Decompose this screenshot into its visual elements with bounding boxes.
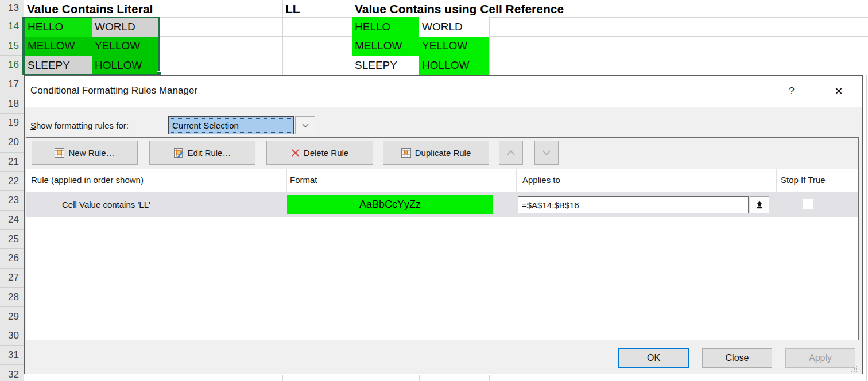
spreadsheet-right-strip bbox=[863, 75, 868, 381]
combobox-value: Current Selection bbox=[172, 120, 239, 130]
close-button[interactable]: Close bbox=[702, 348, 772, 368]
chevron-down-icon bbox=[542, 150, 551, 155]
help-button[interactable]: ? bbox=[784, 83, 800, 100]
column-header-stop-if-true: Stop If True bbox=[781, 169, 826, 192]
move-rule-up-button[interactable] bbox=[499, 141, 523, 165]
sheet-title: Value Contains Literal bbox=[27, 1, 153, 17]
selected-row-indicator bbox=[22, 56, 24, 75]
rules-panel: New Rule… Edit Rule… Delete Rule Duplica… bbox=[26, 137, 859, 340]
format-preview: AaBbCcYyZz bbox=[287, 195, 493, 214]
close-icon[interactable]: ✕ bbox=[827, 81, 850, 101]
dialog-title: Conditional Formatting Rules Manager bbox=[30, 85, 197, 96]
applies-to-input[interactable]: =$A$14:$B$16 bbox=[518, 196, 749, 213]
gridline bbox=[489, 375, 490, 381]
cell[interactable]: HELLO bbox=[352, 17, 419, 37]
row-header[interactable]: 17 bbox=[0, 75, 24, 95]
row-header[interactable]: 21 bbox=[0, 153, 24, 172]
gridline bbox=[836, 0, 836, 75]
row-header[interactable]: 31 bbox=[0, 346, 24, 366]
row-header[interactable]: 13 bbox=[0, 0, 24, 17]
chevron-up-icon bbox=[507, 150, 515, 155]
gridline bbox=[160, 375, 160, 381]
cell[interactable]: WORLD bbox=[419, 17, 489, 37]
ok-button[interactable]: OK bbox=[618, 348, 689, 368]
row-header[interactable]: 22 bbox=[0, 172, 24, 191]
button-label: Duplicate Rule bbox=[415, 148, 471, 158]
new-rule-button[interactable]: New Rule… bbox=[32, 141, 138, 165]
table-icon bbox=[401, 148, 411, 158]
collapse-dialog-button[interactable] bbox=[750, 196, 769, 213]
combobox-dropdown-button[interactable] bbox=[295, 116, 315, 134]
row-header-column: 1314151617181920212223242526272829303132 bbox=[0, 0, 24, 381]
mnemonic: S bbox=[30, 120, 36, 130]
column-separator bbox=[516, 169, 517, 192]
column-header-applies-to: Applies to bbox=[522, 169, 560, 192]
column-separator bbox=[776, 169, 777, 192]
column-header-rule: Rule (applied in order shown) bbox=[31, 169, 144, 192]
row-header[interactable]: 19 bbox=[0, 114, 24, 133]
scope-combobox[interactable]: Current Selection bbox=[168, 116, 294, 134]
dialog-titlebar[interactable]: Conditional Formatting Rules Manager ? ✕ bbox=[25, 76, 862, 107]
rule-name: Cell Value contains 'LL' bbox=[62, 192, 150, 217]
selected-row-indicator bbox=[22, 17, 24, 37]
sheet-title: LL bbox=[285, 1, 300, 17]
row-header[interactable]: 25 bbox=[0, 230, 24, 249]
button-label: Delete Rule bbox=[304, 148, 348, 158]
button-label: Edit Rule… bbox=[188, 148, 231, 158]
column-header-format: Format bbox=[290, 169, 317, 192]
cell[interactable]: HOLLOW bbox=[419, 56, 489, 75]
duplicate-rule-button[interactable]: Duplicate Rule bbox=[383, 141, 489, 165]
row-header[interactable]: 30 bbox=[0, 326, 24, 346]
gridline bbox=[227, 0, 227, 75]
label-text: how formatting rules for: bbox=[36, 120, 129, 130]
row-header[interactable]: 29 bbox=[0, 307, 24, 326]
row-header[interactable]: 27 bbox=[0, 269, 24, 288]
gridline bbox=[696, 375, 696, 381]
gridline bbox=[556, 375, 556, 381]
excel-window: HELLOWORLDMELLOWYELLOWSLEEPYHOLLOWHELLOW… bbox=[0, 0, 868, 381]
gridline bbox=[696, 0, 696, 75]
row-header[interactable]: 32 bbox=[0, 365, 24, 381]
rules-toolbar: New Rule… Edit Rule… Delete Rule Duplica… bbox=[26, 138, 858, 169]
gridline bbox=[352, 375, 352, 381]
gridline bbox=[626, 375, 626, 381]
resize-grip-dots bbox=[849, 364, 858, 373]
stop-if-true-checkbox[interactable] bbox=[803, 199, 813, 209]
row-header[interactable]: 15 bbox=[0, 36, 24, 56]
column-separator bbox=[286, 169, 287, 192]
cell[interactable]: SLEEPY bbox=[352, 56, 419, 75]
gridline bbox=[766, 0, 766, 75]
gridline bbox=[282, 0, 283, 75]
resize-grip[interactable] bbox=[849, 364, 858, 373]
gridline bbox=[836, 375, 836, 381]
delete-x-icon bbox=[291, 149, 300, 157]
row-header[interactable]: 20 bbox=[0, 133, 24, 153]
collapse-dialog-icon bbox=[755, 200, 764, 209]
cell[interactable]: MELLOW bbox=[352, 37, 419, 56]
show-rules-label: Show formatting rules for: bbox=[30, 120, 129, 130]
cell[interactable]: YELLOW bbox=[419, 37, 489, 56]
table-icon bbox=[55, 148, 64, 158]
row-header[interactable]: 23 bbox=[0, 191, 24, 211]
gridline bbox=[92, 375, 92, 381]
row-header[interactable]: 24 bbox=[0, 211, 24, 230]
row-header[interactable]: 18 bbox=[0, 94, 24, 114]
row-header[interactable]: 14 bbox=[0, 17, 24, 37]
edit-rule-button[interactable]: Edit Rule… bbox=[149, 141, 255, 165]
gridline bbox=[227, 375, 227, 381]
gridline bbox=[766, 375, 766, 381]
gridline bbox=[282, 375, 283, 381]
apply-button[interactable]: Apply bbox=[785, 348, 855, 368]
sheet-title: Value Contains using Cell Reference bbox=[355, 1, 564, 17]
button-label: New Rule… bbox=[68, 148, 114, 158]
delete-rule-button[interactable]: Delete Rule bbox=[266, 141, 373, 165]
cfr-manager-dialog: Conditional Formatting Rules Manager ? ✕… bbox=[24, 75, 863, 374]
rule-row[interactable]: Cell Value contains 'LL' AaBbCcYyZz =$A$… bbox=[26, 192, 858, 217]
selected-row-indicator bbox=[22, 36, 24, 56]
gridline bbox=[419, 375, 420, 381]
gridline bbox=[866, 75, 867, 381]
row-header[interactable]: 28 bbox=[0, 288, 24, 308]
move-rule-down-button[interactable] bbox=[534, 141, 559, 165]
row-header[interactable]: 26 bbox=[0, 249, 24, 269]
row-header[interactable]: 16 bbox=[0, 56, 24, 75]
